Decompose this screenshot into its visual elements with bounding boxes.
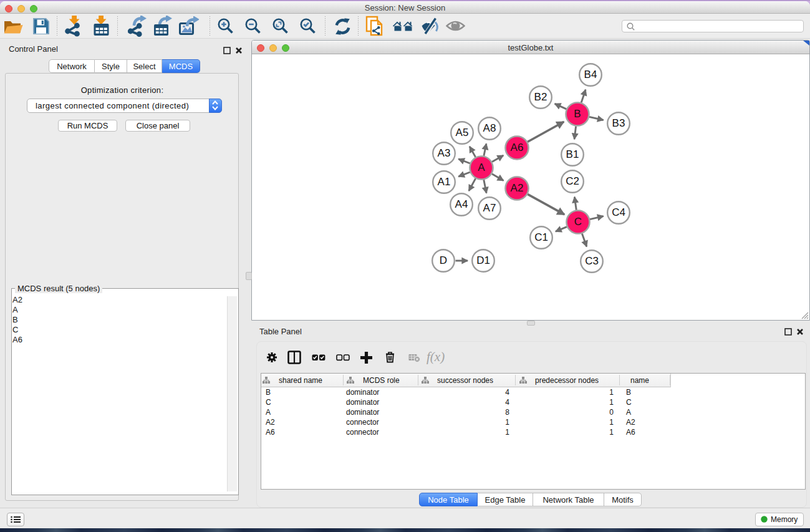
- svg-text:A8: A8: [483, 122, 496, 134]
- svg-text:A3: A3: [438, 147, 451, 159]
- svg-text:B1: B1: [566, 148, 579, 160]
- svg-text:B4: B4: [584, 69, 597, 80]
- svg-text:B: B: [574, 108, 581, 120]
- svg-text:A7: A7: [483, 202, 496, 214]
- svg-text:D: D: [440, 254, 447, 266]
- svg-text:A4: A4: [455, 198, 468, 210]
- svg-text:C4: C4: [612, 206, 625, 218]
- svg-text:D1: D1: [476, 254, 490, 266]
- svg-text:C: C: [574, 216, 582, 228]
- svg-text:C3: C3: [585, 255, 599, 267]
- svg-text:A: A: [478, 162, 485, 173]
- svg-text:C1: C1: [534, 231, 548, 243]
- svg-text:A6: A6: [511, 142, 524, 153]
- svg-text:A1: A1: [438, 176, 451, 188]
- svg-text:A5: A5: [456, 127, 469, 138]
- svg-text:B2: B2: [534, 91, 547, 103]
- svg-text:A2: A2: [511, 182, 524, 194]
- svg-text:B3: B3: [612, 117, 625, 129]
- svg-text:C2: C2: [566, 175, 579, 187]
